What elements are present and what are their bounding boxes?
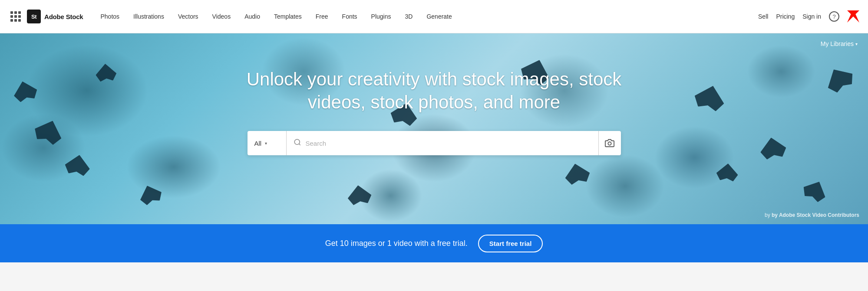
svg-point-2: [294, 139, 300, 144]
signin-link[interactable]: Sign in: [802, 13, 821, 20]
sell-link[interactable]: Sell: [758, 13, 768, 20]
pricing-link[interactable]: Pricing: [776, 13, 795, 20]
help-icon[interactable]: ?: [829, 11, 839, 22]
nav-link-fonts[interactable]: Fonts: [335, 0, 364, 33]
nav-link-3d[interactable]: 3D: [398, 0, 420, 33]
nav-right: Sell Pricing Sign in ?: [758, 10, 859, 23]
promo-text: Get 10 images or 1 video with a free tri…: [325, 239, 468, 248]
nav-link-photos[interactable]: Photos: [93, 0, 126, 33]
search-input-wrapper: [287, 131, 598, 155]
logo-box: St: [27, 10, 41, 23]
grid-icon: [10, 11, 21, 22]
nav-link-videos[interactable]: Videos: [205, 0, 238, 33]
navbar: St Adobe Stock Photos Illustrations Vect…: [0, 0, 868, 33]
nav-links: Photos Illustrations Vectors Videos Audi…: [93, 0, 758, 33]
search-category-label: All: [254, 140, 262, 147]
nav-link-templates[interactable]: Templates: [267, 0, 309, 33]
search-icon: [294, 138, 301, 148]
attribution-text: by by Adobe Stock Video Contributors: [765, 212, 859, 218]
promo-banner: Get 10 images or 1 video with a free tri…: [0, 224, 868, 262]
nav-link-audio[interactable]: Audio: [238, 0, 267, 33]
chevron-down-icon: ▾: [265, 141, 267, 146]
hero-content: Unlock your creativity with stock images…: [0, 33, 868, 155]
search-bar: All ▾: [248, 131, 621, 155]
logo[interactable]: St Adobe Stock: [27, 10, 83, 23]
search-input[interactable]: [306, 140, 591, 147]
nav-link-plugins[interactable]: Plugins: [364, 0, 398, 33]
svg-line-3: [299, 144, 300, 145]
nav-link-vectors[interactable]: Vectors: [171, 0, 205, 33]
logo-abbr: St: [31, 13, 36, 20]
svg-point-4: [608, 142, 611, 145]
hero-title: Unlock your creativity with stock images…: [239, 68, 630, 114]
hero-section: My Libraries ▾ Unlock your creativity wi…: [0, 33, 868, 224]
nav-link-generate[interactable]: Generate: [419, 0, 459, 33]
camera-icon: [605, 138, 614, 148]
nav-link-illustrations[interactable]: Illustrations: [126, 0, 171, 33]
nav-link-free[interactable]: Free: [309, 0, 335, 33]
adobe-logo-svg: [847, 10, 859, 23]
visual-search-button[interactable]: [598, 131, 621, 155]
apps-menu-button[interactable]: [9, 10, 23, 23]
logo-name: Adobe Stock: [44, 13, 83, 20]
adobe-icon[interactable]: [847, 10, 859, 23]
search-category-dropdown[interactable]: All ▾: [248, 131, 287, 155]
start-free-trial-button[interactable]: Start free trial: [478, 235, 543, 252]
